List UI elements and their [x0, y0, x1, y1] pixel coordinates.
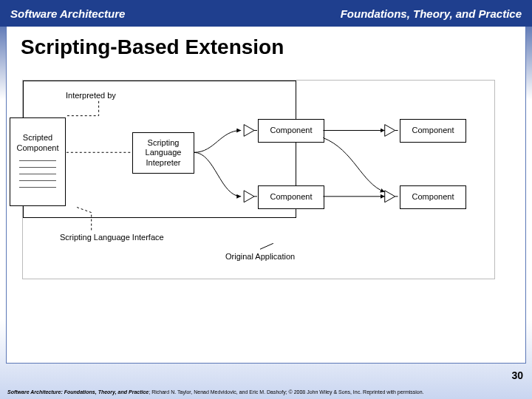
footer-title: Software Architecture: Foundations, Theo…: [7, 389, 149, 395]
label-scripting-language-interface: Scripting Language Interface: [60, 233, 164, 242]
slide-header: Software Architecture Foundations, Theor…: [0, 0, 532, 27]
page-number: 30: [511, 369, 523, 381]
script-line-icon: [19, 180, 56, 181]
header-left: Software Architecture: [10, 7, 125, 20]
box-interpreter: Scripting Language Intepreter: [132, 132, 194, 174]
script-line-icon: [19, 167, 56, 168]
box-component-1: Component: [258, 119, 324, 143]
box-component-4: Component: [400, 185, 466, 209]
box-component-2: Component: [400, 119, 466, 143]
box-component-3: Component: [258, 185, 324, 209]
script-line-icon: [19, 160, 56, 161]
diagram-container: Interpreted by Scripting Language Interf…: [22, 80, 495, 279]
label-interpreted-by: Interpreted by: [66, 91, 116, 100]
script-line-icon: [19, 174, 56, 174]
box-scripted-component-label: Scripted Component: [13, 133, 62, 152]
footer-rest: ; Richard N. Taylor, Nenad Medvidovic, a…: [149, 389, 423, 395]
script-line-icon: [19, 187, 56, 188]
svg-line-7: [260, 243, 273, 249]
box-scripted-component: Scripted Component: [10, 117, 66, 206]
slide-title: Scripting-Based Extension: [21, 35, 284, 59]
label-original-application: Original Application: [225, 252, 295, 261]
header-right: Foundations, Theory, and Practice: [341, 7, 522, 20]
slide-footer: Software Architecture: Foundations, Theo…: [7, 389, 525, 395]
